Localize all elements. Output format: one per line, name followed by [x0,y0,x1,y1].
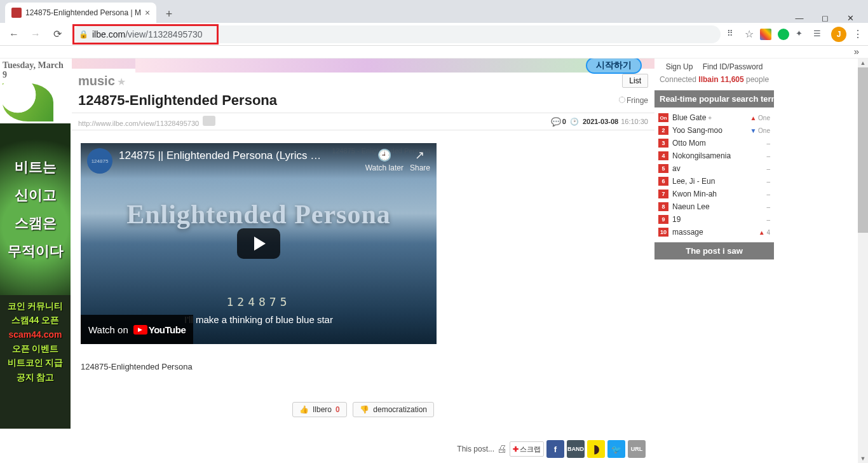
video-title[interactable]: 124875 || Enlightended Persona (Lyrics … [119,148,359,162]
search-item[interactable]: OnBlue Gate✦▲ One [658,111,770,124]
search-trend: – [752,178,770,185]
play-button[interactable] [237,228,280,259]
share-button[interactable]: ↗ Share [410,148,430,172]
translate-icon[interactable]: ⠿ [727,29,738,40]
puzzle-icon [203,116,215,126]
post-title: 124875-Enlightended Persona [78,92,619,109]
upvote-button[interactable]: 👍 Ilbero 0 [292,402,347,417]
tab-favicon [11,8,22,18]
search-item[interactable]: 5av– [658,162,770,175]
url-bar[interactable]: 🔒 ilbe.com/view/11328495730 [72,25,721,43]
chrome-menu-icon[interactable]: ⋮ [853,28,863,40]
tab-close-icon[interactable]: × [145,8,150,18]
band-share-icon[interactable]: BAND [567,440,585,458]
bookmark-star-icon[interactable]: ☆ [745,28,754,40]
post-date: 2021-03-08 [583,118,618,125]
search-item[interactable]: 3Otto Mom– [658,137,770,149]
search-term: Kwon Min-ah [672,190,752,198]
url-copy-button[interactable]: URL [628,440,646,458]
search-rank-badge: 4 [658,151,668,160]
list-button[interactable]: List [622,74,648,88]
vertical-scrollbar[interactable]: ▲ ▼ [858,59,868,463]
post-i-saw-header[interactable]: The post i saw [654,242,774,259]
board-name[interactable]: music [78,74,115,88]
search-item[interactable]: 919– [658,213,770,226]
author-badge-icon [619,97,625,103]
ad-line: 스캠44 오픈 [3,313,68,327]
extension-google-icon[interactable] [760,29,771,40]
ad-line: 공지 참고 [3,370,68,384]
search-trend: – [752,140,770,147]
scroll-down-icon[interactable]: ▼ [858,454,868,463]
permalink[interactable]: http://www.ilbe.com/view/11328495730 [78,116,551,127]
bookmark-overflow[interactable]: » [0,46,868,59]
extensions-icon[interactable]: ✦ [796,29,807,40]
search-term: Nokongilsamenia [672,151,752,160]
tab-title: 124875-Enlightended Persona | M [25,8,141,17]
connected-count: Connected Ilbain 11,605 people [654,73,774,90]
profile-avatar[interactable]: J [831,27,846,42]
hot-icon: ✦ [707,114,712,121]
search-term: Naeun Lee [672,202,752,211]
scroll-up-icon[interactable]: ▲ [858,59,868,67]
ad-word: 비트는 [0,158,71,177]
thumb-down-icon: 👎 [360,405,369,414]
extension-grammarly-icon[interactable] [778,29,789,40]
ad-line: 코인 커뮤니티 [3,299,68,313]
search-rank-badge: 3 [658,139,668,148]
scroll-thumb[interactable] [858,67,868,233]
realtime-search-list: OnBlue Gate✦▲ One2Yoo Sang-moo▼ One3Otto… [654,107,774,242]
banner-start-button[interactable]: 시작하기 [586,59,642,74]
mascot-leaf-icon [3,83,53,121]
search-item[interactable]: 8Naeun Lee– [658,200,770,213]
scrap-button[interactable]: ✚스크랩 [510,441,544,457]
search-item[interactable]: 2Yoo Sang-moo▼ One [658,124,770,137]
search-trend: ▲ One [750,114,770,121]
youtube-embed[interactable]: 124875 - Enlightended Persona 124875 124… [81,143,437,344]
ad-line: scam44.com [3,328,68,342]
twitter-share-icon[interactable]: 🐦 [607,440,625,458]
find-id-link[interactable]: Find ID/Password [703,62,763,71]
upvote-count: 0 [336,405,340,414]
facebook-share-icon[interactable]: f [546,440,564,458]
watch-later-button[interactable]: 🕘 Watch later [365,148,403,172]
reading-list-icon[interactable]: ☰ [813,29,825,40]
favorite-star-icon[interactable]: ★ [117,76,126,87]
author-link[interactable]: Fringe [619,96,648,105]
channel-avatar-icon[interactable]: 124875 [87,148,112,174]
ad-line: 비트코인 지급 [3,356,68,370]
search-item[interactable]: 6Lee, Ji - Eun– [658,175,770,188]
signup-link[interactable]: Sign Up [666,62,693,71]
date-widget: Tuesday, March 9 [0,59,71,123]
url-highlight-box [72,24,219,45]
window-close-icon[interactable]: ✕ [845,13,855,23]
search-term: Lee, Ji - Eun [672,177,752,186]
ad-word: 신이고 [0,186,71,205]
search-rank-badge: 8 [658,202,668,211]
search-item[interactable]: 7Kwon Min-ah– [658,188,770,200]
window-minimize-icon[interactable]: — [794,13,804,23]
reload-button[interactable]: ⟳ [48,25,66,43]
search-item[interactable]: 10massage▲ 4 [658,226,770,238]
browser-tab[interactable]: 124875-Enlightended Persona | M × [5,3,156,23]
new-tab-button[interactable]: + [160,5,178,23]
ad-line: 오픈 이벤트 [3,342,68,356]
window-maximize-icon[interactable]: ◻ [820,13,830,23]
clock-icon: 🕑 [570,118,579,126]
watch-on-youtube[interactable]: Watch on ▶YouTube [81,315,193,344]
search-item[interactable]: 4Nokongilsamenia– [658,149,770,162]
top-banner-ad[interactable]: 시작하기 [72,59,654,69]
kakao-share-icon[interactable]: ◗ [587,440,605,458]
share-icon: ↗ [415,148,424,162]
print-icon[interactable]: 🖨 [497,443,507,455]
search-term: 19 [672,215,752,224]
downvote-button[interactable]: 👎 democratization [353,402,434,417]
left-sidebar-ad[interactable]: 비트는 신이고 스캠은 무적이다 코인 커뮤니티 스캠44 오픈 scam44.… [0,123,71,429]
search-rank-badge: 5 [658,164,668,173]
search-rank-badge: 7 [658,190,668,198]
forward-button[interactable]: → [27,25,44,43]
search-term: Blue Gate✦ [672,113,750,122]
back-button[interactable]: ← [5,25,23,43]
video-overlay-title: Enlightended Persona [81,199,437,230]
search-trend: – [752,216,770,223]
